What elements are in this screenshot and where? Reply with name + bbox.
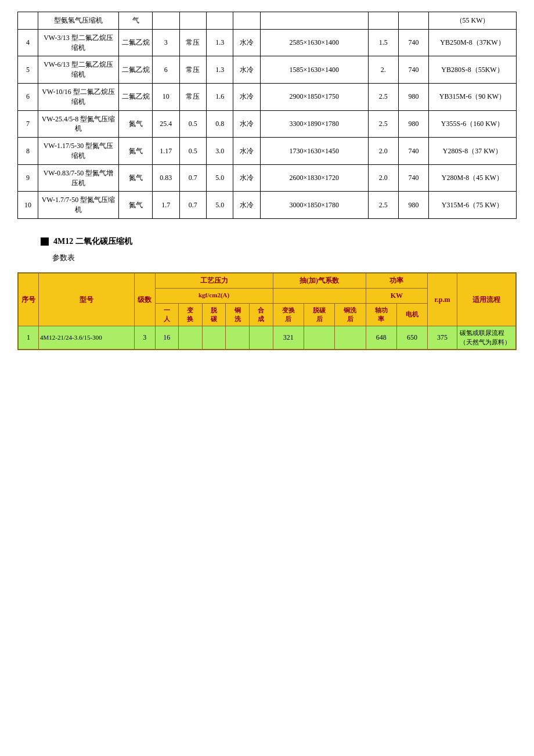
cell-c1: 321 <box>273 326 304 350</box>
header-pow2: 电机 <box>396 303 427 326</box>
table-row: 5 VW-6/13 型二氟乙烷压缩机 二氟乙烷 6 常压 1.3 水冷 1585… <box>18 56 517 84</box>
table-row: 型氨氢气压缩机 气 （55 KW） <box>18 12 517 30</box>
cell-exhaust: 3.0 <box>206 138 233 165</box>
cell-dimensions: 2585×1630×1400 <box>260 29 368 56</box>
header-seq: 序号 <box>18 273 39 326</box>
cell-gas: 氮气 <box>119 138 153 165</box>
cell-exhaust: 1.6 <box>206 83 233 110</box>
cell-pow2: 650 <box>396 326 427 350</box>
cell-dimensions: 1730×1630×1450 <box>260 138 368 165</box>
cell-model: VW-25.4/5-8 型氮气压缩机 <box>38 110 118 138</box>
cell-exhaust: 0.8 <box>206 110 233 138</box>
cell-gas: 氮气 <box>119 110 153 138</box>
cell-gas: 二氟乙烷 <box>119 83 153 110</box>
cell-disp: 3 <box>153 29 179 56</box>
cell-disp: 0.83 <box>153 164 179 192</box>
header-process-pressure: 工艺压力 <box>155 273 273 288</box>
cell-weight: 2.0 <box>368 164 398 192</box>
cell-cooling: 水冷 <box>233 83 260 110</box>
cell-disp: 25.4 <box>153 110 179 138</box>
section-title-text: 4M12 二氧化碳压缩机 <box>53 236 132 247</box>
header-model: 型号 <box>39 273 135 326</box>
table-row: 8 VW-1.17/5-30 型氮气压缩机 氮气 1.17 0.5 3.0 水冷… <box>18 138 517 165</box>
cell-speed <box>398 12 428 30</box>
cell-speed: 740 <box>398 29 428 56</box>
header-power: 功率 <box>366 273 428 288</box>
header-pow1: 轴功率 <box>366 303 396 326</box>
cell-speed: 980 <box>398 192 428 219</box>
cell-speed: 740 <box>398 138 428 165</box>
cell-suction <box>179 12 206 30</box>
cell-model: 4M12-21/24-3.6/15-300 <box>39 326 135 350</box>
cell-speed: 980 <box>398 110 428 138</box>
cell-speed: 375 <box>428 326 457 350</box>
cell-motor: Y280S-8（37 KW） <box>429 138 517 165</box>
header-row-1: 序号 型号 级数 工艺压力 抽(加)气系数 功率 r.p.m 适用流程 <box>18 273 516 288</box>
header-stages: 级数 <box>135 273 156 326</box>
cell-motor: YB315M-6（90 KW） <box>429 83 517 110</box>
cell-disp: 6 <box>153 56 179 84</box>
header-p1: 一人 <box>155 303 179 326</box>
cell-model: VW-0.83/7-50 型氮气增压机 <box>38 164 118 192</box>
cell-gas: 二氟乙烷 <box>119 29 153 56</box>
cell-p4 <box>226 326 250 350</box>
cell-gas: 氮气 <box>119 192 153 219</box>
cell-pow1: 648 <box>366 326 396 350</box>
cell-motor: Y315M-6（75 KW） <box>429 192 517 219</box>
cell-p3 <box>202 326 226 350</box>
cell-motor: Y280M-8（45 KW） <box>429 164 517 192</box>
cell-suction: 常压 <box>179 56 206 84</box>
cell-disp <box>153 12 179 30</box>
bottom-param-table: 序号 型号 级数 工艺压力 抽(加)气系数 功率 r.p.m 适用流程 kgf/… <box>17 272 517 350</box>
data-row-1: 1 4M12-21/24-3.6/15-300 3 16 321 648 650… <box>18 326 516 350</box>
header-c1: 变换后 <box>273 303 304 326</box>
cell-num: 8 <box>18 138 38 165</box>
cell-p5 <box>250 326 273 350</box>
header-pump-coeff: 抽(加)气系数 <box>273 273 366 288</box>
header-p4: 铜洗 <box>226 303 250 326</box>
cell-gas: 氮气 <box>119 164 153 192</box>
cell-suction: 常压 <box>179 83 206 110</box>
cell-num: 9 <box>18 164 38 192</box>
cell-cooling: 水冷 <box>233 164 260 192</box>
cell-p2 <box>179 326 203 350</box>
cell-suction: 0.7 <box>179 164 206 192</box>
cell-gas: 二氟乙烷 <box>119 56 153 84</box>
cell-num <box>18 12 38 30</box>
cell-weight: 2. <box>368 56 398 84</box>
cell-speed: 740 <box>398 56 428 84</box>
cell-application: 碳氢或联尿流程（天然气为原料） <box>457 326 516 350</box>
cell-exhaust: 1.3 <box>206 29 233 56</box>
cell-motor: YB250M-8（37KW） <box>429 29 517 56</box>
cell-cooling: 水冷 <box>233 192 260 219</box>
table-row: 7 VW-25.4/5-8 型氮气压缩机 氮气 25.4 0.5 0.8 水冷 … <box>18 110 517 138</box>
header-p2: 变换 <box>179 303 203 326</box>
cell-dimensions: 3300×1890×1780 <box>260 110 368 138</box>
table-row: 10 VW-1.7/7-50 型氮气压缩机 氮气 1.7 0.7 5.0 水冷 … <box>18 192 517 219</box>
cell-dimensions: 2900×1850×1750 <box>260 83 368 110</box>
cell-c3 <box>335 326 366 350</box>
cell-c2 <box>304 326 334 350</box>
cell-model: VW-1.17/5-30 型氮气压缩机 <box>38 138 118 165</box>
header-p5: 合成 <box>250 303 273 326</box>
header-c3: 铜洗后 <box>335 303 366 326</box>
cell-dimensions <box>260 12 368 30</box>
header-c2: 脱碳后 <box>304 303 334 326</box>
cell-model: 型氨氢气压缩机 <box>38 12 118 30</box>
cell-disp: 10 <box>153 83 179 110</box>
top-compressor-table: 型氨氢气压缩机 气 （55 KW） 4 VW-3/13 型二氟乙烷压缩机 二氟乙… <box>17 12 517 219</box>
cell-num: 4 <box>18 29 38 56</box>
cell-suction: 常压 <box>179 29 206 56</box>
cell-weight <box>368 12 398 30</box>
cell-cooling: 水冷 <box>233 29 260 56</box>
cell-seq: 1 <box>18 326 39 350</box>
cell-model: VW-10/16 型二氟乙烷压缩机 <box>38 83 118 110</box>
header-power-unit: KW <box>366 288 428 303</box>
cell-weight: 2.0 <box>368 138 398 165</box>
cell-cooling <box>233 12 260 30</box>
cell-exhaust: 1.3 <box>206 56 233 84</box>
table-row: 6 VW-10/16 型二氟乙烷压缩机 二氟乙烷 10 常压 1.6 水冷 29… <box>18 83 517 110</box>
cell-dimensions: 3000×1850×1780 <box>260 192 368 219</box>
cell-model: VW-1.7/7-50 型氮气压缩机 <box>38 192 118 219</box>
cell-cooling: 水冷 <box>233 110 260 138</box>
